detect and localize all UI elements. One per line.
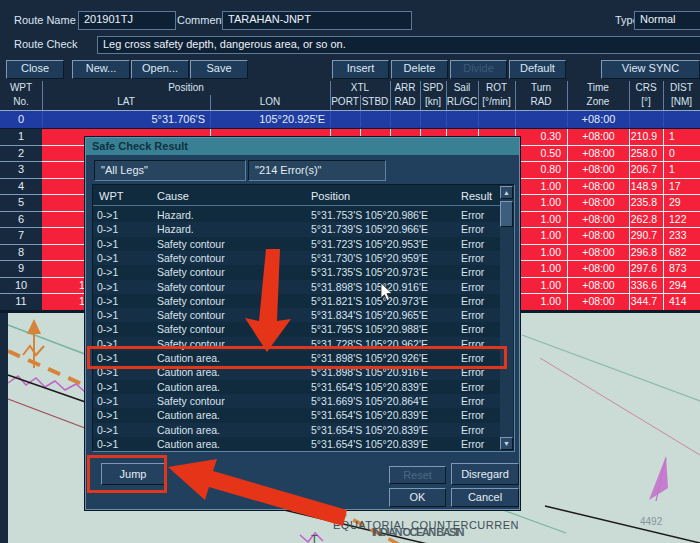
cell-position: 5°31.669'S 105°20.864'E <box>311 394 459 408</box>
cell-wpt: 0->1 <box>97 380 153 394</box>
cell-dist: 122 <box>663 212 700 229</box>
cell-wpt-no: 2 <box>0 146 42 163</box>
col-header-position: Position <box>311 187 350 205</box>
cell-position: 5°31.654'S 105°20.839'E <box>311 408 459 422</box>
cell-time: +08:00 <box>567 245 629 262</box>
cell-time: +08:00 <box>567 195 629 212</box>
cell-wpt: 0->1 <box>97 208 153 222</box>
cell-turn: 1.00 <box>515 278 567 295</box>
check-result-row[interactable]: 0->1Caution area.5°31.654'S 105°20.839'E… <box>93 423 500 437</box>
check-result-row[interactable]: 0->1Safety contour5°31.834'S 105°20.965'… <box>93 308 500 322</box>
cell-result: Error <box>461 394 499 408</box>
scrollbar[interactable]: ▲ ▼ <box>500 186 513 450</box>
cell-position: 5°31.821'S 105°20.973'E <box>311 294 459 308</box>
cell-wpt: 0->1 <box>97 237 153 251</box>
check-result-row[interactable]: 0->1Safety contour5°31.821'S 105°20.973'… <box>93 294 500 308</box>
cell-cause: Hazard. <box>157 208 307 222</box>
dialog-titlebar[interactable]: Safe Check Result <box>86 138 519 155</box>
cell-result: Error <box>461 451 499 452</box>
cell-turn: 0.80 <box>515 162 567 179</box>
cell-cause: Safety contour <box>157 294 307 308</box>
check-result-row[interactable]: 0->1Safety contour5°31.669'S 105°20.864'… <box>93 394 500 408</box>
cell-crs: 297.6 <box>629 261 663 278</box>
cell-wpt: 0->1 <box>97 423 153 437</box>
cell-result: Error <box>461 294 499 308</box>
cell-cause: Safety contour <box>157 265 307 279</box>
cell-crs: 336.6 <box>629 278 663 295</box>
check-result-row[interactable]: 0->1Safety contour5°31.730'S 105°20.959'… <box>93 251 500 265</box>
cell-position: 5°32.643'S 105°20.403'E <box>311 451 459 452</box>
cell-turn: 1.00 <box>515 179 567 196</box>
chart-left-border <box>0 313 8 543</box>
disregard-button[interactable]: Disregard <box>451 463 519 485</box>
check-result-row[interactable]: 0->1Hazard.5°31.739'S 105°20.966'EError <box>93 222 500 236</box>
cell-dist: 414 <box>663 294 700 311</box>
cancel-button[interactable]: Cancel <box>451 488 519 507</box>
cell-position: 5°31.723'S 105°20.953'E <box>311 237 459 251</box>
cell-cause: Safety contour <box>157 308 307 322</box>
check-result-row[interactable]: 0->1Safety contour5°31.723'S 105°20.953'… <box>93 237 500 251</box>
check-result-row[interactable]: 0->1Caution area.5°31.654'S 105°20.839'E… <box>93 408 500 422</box>
cell-time: +08:00 <box>567 179 629 196</box>
ok-button[interactable]: OK <box>389 488 446 507</box>
cell-turn: 1.00 <box>515 245 567 262</box>
map-label-basin: INDIAN OCEAN BASIN <box>372 526 463 538</box>
cell-position: 5°31.753'S 105°20.986'E <box>311 208 459 222</box>
cell-crs: 206.7 <box>629 162 663 179</box>
cell-position: 5°31.654'S 105°20.839'E <box>311 437 459 451</box>
cell-time: +08:00 <box>567 278 629 295</box>
cell-time: +08:00 <box>567 228 629 245</box>
cell-result: Error <box>461 280 499 294</box>
route-editor-screen: Route Name 201901TJ Comment TARAHAN-JNPT… <box>0 0 700 543</box>
cell-crs: 344.7 <box>629 294 663 311</box>
check-result-row[interactable]: 0->1Safety contour5°31.898'S 105°20.916'… <box>93 280 500 294</box>
cell-position: 5°31.834'S 105°20.965'E <box>311 308 459 322</box>
map-label-current-wrap: T <box>311 533 318 543</box>
cell-result: Error <box>461 437 499 451</box>
cell-wpt: 0->1 <box>97 280 153 294</box>
check-result-row[interactable]: 1->2Caution area.5°32.643'S 105°20.403'E… <box>93 451 500 452</box>
cell-dist: 29 <box>663 195 700 212</box>
cell-cause: Safety contour <box>157 280 307 294</box>
check-result-row[interactable]: 0->1Caution area.5°31.654'S 105°20.839'E… <box>93 380 500 394</box>
cell-wpt: 0->1 <box>97 322 153 336</box>
cell-position: 5°31.654'S 105°20.839'E <box>311 423 459 437</box>
cell-wpt-no: 1 <box>0 129 42 146</box>
check-result-row[interactable]: 0->1Safety contour5°31.735'S 105°20.973'… <box>93 265 500 279</box>
cell-wpt-no: 8 <box>0 245 42 262</box>
cell-cause: Caution area. <box>157 437 307 451</box>
cell-time: +08:00 <box>567 212 629 229</box>
check-result-row[interactable]: 0->1Safety contour5°31.795'S 105°20.988'… <box>93 322 500 336</box>
cell-result: Error <box>461 237 499 251</box>
scroll-down-button[interactable]: ▼ <box>500 437 513 450</box>
cell-result: Error <box>461 322 499 336</box>
cell-wpt: 0->1 <box>97 394 153 408</box>
cell-crs: 258.0 <box>629 146 663 163</box>
scroll-up-button[interactable]: ▲ <box>500 186 513 199</box>
cell-wpt-no: 9 <box>0 261 42 278</box>
cell-cause: Safety contour <box>157 394 307 408</box>
cell-dist: 1 <box>663 162 700 179</box>
cell-turn: 1.00 <box>515 294 567 311</box>
cell-result: Error <box>461 408 499 422</box>
cell-cause: Caution area. <box>157 408 307 422</box>
cell-dist: 0 <box>663 146 700 163</box>
check-result-row[interactable]: 0->1Caution area.5°31.654'S 105°20.839'E… <box>93 437 500 451</box>
check-result-row[interactable]: 0->1Hazard.5°31.753'S 105°20.986'EError <box>93 208 500 222</box>
scroll-thumb[interactable] <box>500 201 513 227</box>
cell-turn: 1.00 <box>515 261 567 278</box>
cell-position: 5°31.739'S 105°20.966'E <box>311 222 459 236</box>
cell-dist: 682 <box>663 245 700 262</box>
cell-wpt: 0->1 <box>97 251 153 265</box>
leg-filter-dropdown[interactable]: "All Legs" <box>94 160 246 181</box>
cell-cause: Caution area. <box>157 451 307 452</box>
cell-wpt: 0->1 <box>97 408 153 422</box>
error-count-field: "214 Error(s)" <box>248 160 386 181</box>
cell-position: 5°31.654'S 105°20.839'E <box>311 380 459 394</box>
cell-wpt: 0->1 <box>97 265 153 279</box>
cell-crs: 262.8 <box>629 212 663 229</box>
cell-wpt: 0->1 <box>97 308 153 322</box>
cell-wpt-no: 11 <box>0 294 42 311</box>
cell-crs: 290.7 <box>629 228 663 245</box>
check-result-list[interactable]: WPT Cause Position Result 0->1Hazard.5°3… <box>92 184 515 452</box>
